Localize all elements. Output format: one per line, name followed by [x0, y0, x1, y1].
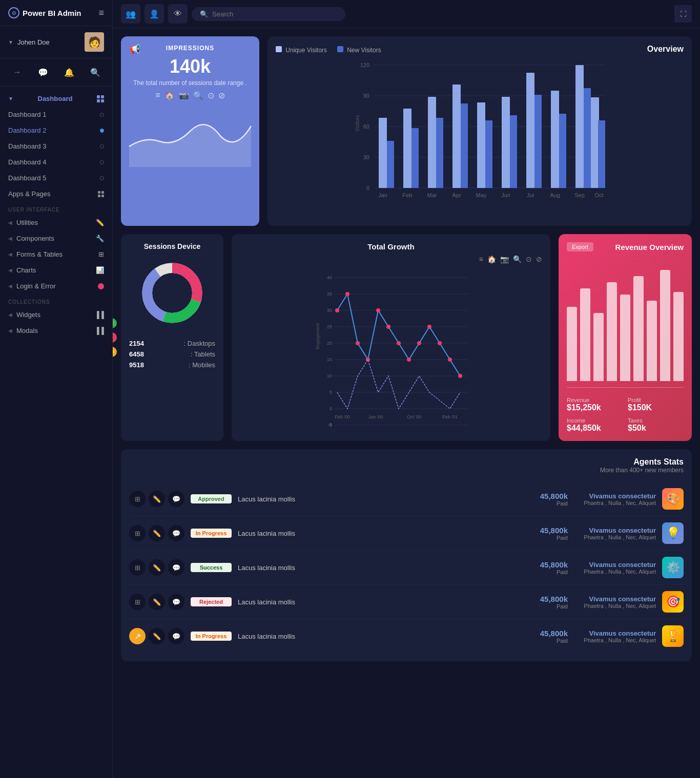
agent-amount-val-5: 45,800k [522, 629, 568, 638]
svg-rect-23 [436, 118, 443, 188]
svg-point-67 [345, 292, 349, 296]
agent-info-name-5[interactable]: Vivamus consectetur [574, 629, 656, 637]
sidebar-item-utilities[interactable]: ◀ Utilities ✏️ [0, 215, 112, 230]
agent-btn-msg-2[interactable]: 💬 [168, 525, 184, 541]
tool-circle[interactable]: ⊙ [208, 91, 214, 100]
agent-name-2: Lacus lacinia mollis [238, 530, 516, 537]
rev-stat-taxes: Taxes $50k [628, 417, 684, 433]
widgets-icon: ▐▐ [95, 311, 104, 319]
search-icon[interactable]: 🔍 [87, 64, 104, 81]
growth-tool-camera[interactable]: 📷 [500, 255, 509, 263]
agent-btn-msg-4[interactable]: 💬 [168, 594, 184, 610]
agent-btn-view-1[interactable]: ⊞ [129, 491, 146, 507]
agents-title: Agents Stats [129, 457, 684, 467]
sidebar-item-login-error[interactable]: ◀ Login & Error [0, 278, 112, 294]
agent-btn-edit-5[interactable]: ✏️ [149, 628, 165, 644]
agent-btn-msg-3[interactable]: 💬 [168, 559, 184, 576]
topbar-btn-2[interactable]: 👤 [145, 4, 164, 24]
agent-actions-1: ⊞ ✏️ 💬 [129, 491, 184, 507]
sessions-stats: 2154 : Dasktops 6458 : Tablets 9518 : Mo… [129, 340, 215, 369]
svg-text:Sep: Sep [574, 192, 585, 198]
svg-text:Oct '00: Oct '00 [407, 414, 421, 419]
svg-text:Apr: Apr [452, 192, 461, 198]
agent-info-1: Vivamus consectetur Phaetra , Nulla , Ne… [574, 492, 656, 506]
legend-unique: Unique Visitors [276, 46, 327, 54]
stat-mobiles: 9518 : Mobiles [129, 361, 215, 369]
tool-camera[interactable]: 📷 [179, 91, 189, 100]
revenue-chart-bars [567, 258, 684, 381]
logout-icon[interactable]: → [8, 64, 26, 81]
sidebar-item-dashboard1[interactable]: Dashboard 1 [0, 107, 112, 122]
stat-tablets: 6458 : Tablets [129, 350, 215, 358]
nav-dashboard-parent[interactable]: ▼ Dashboard [0, 91, 112, 107]
agent-name-5: Lacus lacinia mollis [238, 633, 516, 640]
agent-status-5: In Progress [191, 632, 232, 641]
search-input[interactable] [212, 10, 337, 18]
agent-btn-special-5[interactable]: ↗ [129, 628, 146, 644]
growth-tool-circle[interactable]: ⊙ [526, 255, 532, 263]
sidebar-item-dashboard2[interactable]: Dashboard 2 [0, 122, 112, 138]
tool-search[interactable]: 🔍 [193, 91, 203, 100]
svg-text:Jan: Jan [378, 192, 387, 198]
charts-label: Charts [12, 266, 96, 274]
agent-btn-edit-2[interactable]: ✏️ [149, 525, 165, 541]
revenue-header: Export Revenue Overview [567, 242, 684, 251]
chat-icon[interactable]: 💬 [34, 64, 52, 81]
agent-btn-view-3[interactable]: ⊞ [129, 559, 146, 576]
side-dot-green[interactable]: 🟢 [113, 318, 117, 328]
agent-btn-edit-3[interactable]: ✏️ [149, 559, 165, 576]
agent-info-name-2[interactable]: Vivamus consectetur [574, 527, 656, 534]
topbar-btn-1[interactable]: 👥 [121, 4, 140, 24]
tool-home[interactable]: 🏠 [164, 91, 175, 100]
sidebar-item-forms-tables[interactable]: ◀ Forms & Tables ⊞ [0, 246, 112, 262]
agent-info-name-1[interactable]: Vivamus consectetur [574, 492, 656, 500]
sidebar-item-widgets[interactable]: ◀ Widgets ▐▐ [0, 307, 112, 323]
sidebar-item-apps-pages[interactable]: Apps & Pages [0, 186, 112, 202]
side-dot-yellow[interactable]: 🟡 [113, 347, 117, 357]
topbar-btn-3[interactable]: 👁 [168, 4, 188, 24]
agent-btn-view-4[interactable]: ⊞ [129, 594, 146, 610]
agent-info-name-3[interactable]: Vivamus consectetur [574, 561, 656, 569]
agent-btn-edit-1[interactable]: ✏️ [149, 491, 165, 507]
growth-tool-menu[interactable]: ≡ [479, 255, 483, 263]
sidebar-item-charts[interactable]: ◀ Charts 📊 [0, 262, 112, 278]
growth-tool-home[interactable]: 🏠 [487, 255, 496, 263]
notification-icon[interactable]: 🔔 [60, 64, 78, 81]
sidebar-item-modals[interactable]: ◀ Modals ▐▐ [0, 323, 112, 339]
growth-tool-search[interactable]: 🔍 [513, 255, 522, 263]
side-dot-red[interactable]: 🔴 [113, 332, 117, 343]
agent-info-sub-1: Phaetra , Nulla , Nec, Aliquet [574, 500, 656, 506]
agent-avatar-3: ⚙️ [662, 557, 684, 578]
sidebar-item-dashboard3[interactable]: Dashboard 3 [0, 138, 112, 154]
svg-rect-17 [526, 73, 534, 188]
agent-info-name-4[interactable]: Vivamus consectetur [574, 595, 656, 603]
agent-btn-edit-4[interactable]: ✏️ [149, 594, 165, 610]
sidebar-item-dashboard5[interactable]: Dashboard 5 [0, 170, 112, 186]
agent-amount-4: 45,800k Paid [522, 595, 568, 609]
agent-actions-3: ⊞ ✏️ 💬 [129, 559, 184, 576]
agent-btn-view-2[interactable]: ⊞ [129, 525, 146, 541]
search-bar[interactable]: 🔍 [192, 7, 345, 21]
impressions-tools: ≡ 🏠 📷 🔍 ⊙ ⊘ [129, 91, 251, 100]
dashboard1-dot [100, 113, 104, 117]
sessions-card: 🟢 🔴 🟡 Sessions Device [121, 234, 223, 441]
agent-row: ⊞ ✏️ 💬 Approved Lacus lacinia mollis 45,… [129, 482, 684, 516]
dashboard: 📢 IMPRESSIONS 140k The total number of s… [113, 28, 700, 778]
sidebar-item-components[interactable]: ◀ Components 🔧 [0, 230, 112, 246]
sidebar-menu-icon[interactable]: ≡ [98, 8, 104, 18]
svg-rect-16 [502, 97, 510, 188]
expand-icon[interactable]: ⛶ [674, 5, 692, 23]
topbar: 👥 👤 👁 🔍 ⛶ [113, 0, 700, 28]
growth-tool-cross[interactable]: ⊘ [536, 255, 542, 263]
charts-icon: 📊 [96, 266, 104, 274]
svg-rect-15 [477, 102, 485, 188]
agent-btn-msg-1[interactable]: 💬 [168, 491, 184, 507]
tool-menu[interactable]: ≡ [155, 91, 160, 100]
agent-btn-msg-5[interactable]: 💬 [168, 628, 184, 644]
sidebar-item-dashboard4[interactable]: Dashboard 4 [0, 154, 112, 170]
export-button[interactable]: Export [567, 242, 593, 251]
rev-bar-3 [593, 313, 604, 381]
tool-cross[interactable]: ⊘ [218, 91, 225, 100]
agent-amount-label-1: Paid [522, 500, 568, 507]
growth-title: Total Growth [240, 242, 542, 251]
